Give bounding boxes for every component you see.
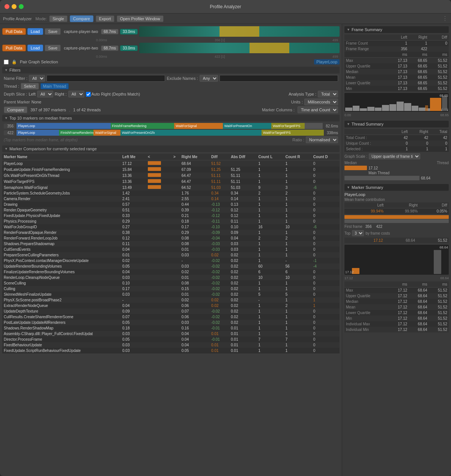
cell-right: 0.18 (180, 219, 210, 224)
cell-bar-left (146, 219, 172, 224)
cell-count-l: 1 (257, 247, 284, 252)
cell-abs-diff: 51.11 (229, 172, 257, 178)
cell-right: 0.08 (180, 241, 210, 247)
save-button-1[interactable]: Save (45, 28, 61, 35)
marker-columns-select[interactable]: Time and Count (298, 106, 338, 113)
cell-right: 0.04 (180, 342, 210, 348)
cell-count-l: 1 (257, 207, 284, 213)
thread-bar-left: 17.12 (344, 166, 449, 170)
cell-right: 0.03 (180, 252, 210, 258)
cell-diff: -0.02 (210, 314, 229, 320)
name-filter-input[interactable] (47, 75, 165, 82)
ratio-select[interactable]: Normalised (306, 136, 338, 143)
compare-action-button[interactable]: Compare (4, 106, 27, 113)
save-button-2[interactable]: Save (45, 45, 61, 51)
exclude-select[interactable]: Any (200, 75, 218, 82)
cell-count-l: 1 (257, 219, 284, 224)
cell-count-d: 0 (312, 230, 340, 235)
top-marker-row-2: 422 PlayerLoop FinishFrameRendering Wait… (4, 130, 338, 136)
marker-table-container[interactable]: Marker Name Left Me < > Right Me Diff Ab… (2, 154, 340, 353)
export-button[interactable]: Export (96, 15, 114, 22)
analysis-type-select[interactable]: Total (318, 91, 338, 97)
ts-triangle: ▼ (347, 122, 350, 126)
cell-bar-right (172, 337, 180, 342)
cell-count-r: 1 (284, 331, 312, 337)
timeline-bar-1[interactable] (139, 26, 340, 37)
graph-scale-select[interactable]: Upper quartile of frame ti (369, 153, 420, 159)
cell-bar-right (172, 275, 180, 280)
cell-left: 0.02 (121, 258, 146, 263)
compare-button[interactable]: Compare (70, 15, 93, 22)
table-row: UpdateRendererBoundingVolumes 0.05 0.03 … (2, 263, 340, 269)
cell-left: 13.49 (121, 184, 146, 190)
ratio-row: Ratio : Normalised (292, 136, 338, 143)
open-profiler-button[interactable]: Open Profiler Window (117, 15, 164, 22)
thread-val-right: 68.64 (421, 176, 430, 180)
cell-name: WaitForTargetFPS (2, 178, 121, 184)
cell-abs-diff: 0.01 (229, 342, 257, 348)
cell-count-r: 10 (284, 224, 312, 230)
cell-count-r: 1 (284, 178, 312, 184)
thread-select-button[interactable]: Select (21, 83, 39, 90)
timeline-bar-2[interactable] (139, 43, 340, 53)
load-button-1[interactable]: Load (27, 28, 43, 35)
cell-count-d: 0 (312, 247, 340, 252)
cell-bar-right (172, 235, 180, 241)
cell-diff: -0.02 (210, 280, 229, 286)
top-select[interactable]: 3 (352, 230, 364, 236)
load-button-2[interactable]: Load (27, 45, 43, 51)
chart-max2-label: 17.12 (345, 270, 354, 274)
cell-name: SkinnedMeshFinalizeUpdate (2, 292, 121, 297)
more-options-icon[interactable]: ⋮ (442, 15, 448, 22)
cell-diff: -0.02 (210, 263, 229, 269)
col-name: Marker Name (2, 154, 121, 160)
cell-bar-left (146, 252, 172, 258)
content-area: Pull Data Load Save capture-player-two 6… (0, 24, 451, 476)
cell-bar-right (172, 325, 180, 331)
cell-count-d: 1 (312, 303, 340, 308)
auto-right-checkbox[interactable] (86, 92, 91, 97)
frame-count-row: Frame Count 1 1 0 (344, 40, 449, 46)
cell-left: 0.18 (121, 325, 146, 331)
single-button[interactable]: Single (49, 15, 68, 22)
cell-name: PrepareSceneCullingParameters (2, 252, 121, 258)
cell-diff: -0.02 (210, 308, 229, 314)
pair-graph-checkbox[interactable] (4, 60, 9, 64)
cell-right: 0.03 (180, 320, 210, 325)
depth-all-right-select[interactable]: All (68, 91, 84, 97)
exclude-input[interactable] (219, 75, 338, 82)
cell-bar-right (172, 166, 180, 172)
filename-1: capture-player-two (64, 29, 98, 34)
pair-graph-row: 🔒 Pair Graph Selection PlayerLoop (2, 59, 340, 64)
chart-max-label: 68.64 (439, 245, 448, 249)
pull-data-button-2[interactable]: Pull Data (2, 45, 26, 51)
cell-bar-left (146, 241, 172, 247)
cell-name: FinalizeUpdateRendererBoundingVolumes (2, 269, 121, 275)
marker-detail-table: ms ms ms Max 17.12 68.64 51.52 Upper Qua… (344, 281, 449, 332)
maximize-button[interactable] (19, 4, 24, 9)
graph-scale-row: Graph Scale : Upper quartile of frame ti (344, 153, 449, 159)
cell-abs-diff: 0.01 (229, 325, 257, 331)
pull-data-button-1[interactable]: Pull Data (2, 28, 26, 35)
close-button[interactable] (5, 4, 9, 9)
cell-bar-right (172, 196, 180, 202)
cell-bar-left (146, 275, 172, 280)
depth-all-left-select[interactable]: All (37, 91, 53, 97)
cell-diff: 0.01 (210, 331, 229, 337)
parent-marker-value: None (32, 100, 41, 104)
cell-count-l: 1 (257, 258, 284, 263)
cell-left: 0.03 (121, 292, 146, 297)
cell-count-d: 0 (312, 269, 340, 275)
cell-count-d: 0 (312, 280, 340, 286)
hist-axis: 0.00 68.65 (344, 113, 449, 117)
units-select[interactable]: Milliseconds (304, 99, 338, 105)
minimize-button[interactable] (12, 4, 17, 9)
cell-count-d: -1 (312, 258, 340, 263)
cell-count-r: 1 (284, 219, 312, 224)
ms-stats-header: Left Right Diff 99.94% 99.98% 0.05% (344, 202, 449, 214)
cell-left: 1.42 (121, 190, 146, 196)
name-filter-select[interactable]: All (29, 75, 45, 82)
cell-count-l: 7 (257, 337, 284, 342)
top-vals-row: 17.12 68.64 51.52 (344, 238, 449, 243)
cell-bar-left (146, 325, 172, 331)
